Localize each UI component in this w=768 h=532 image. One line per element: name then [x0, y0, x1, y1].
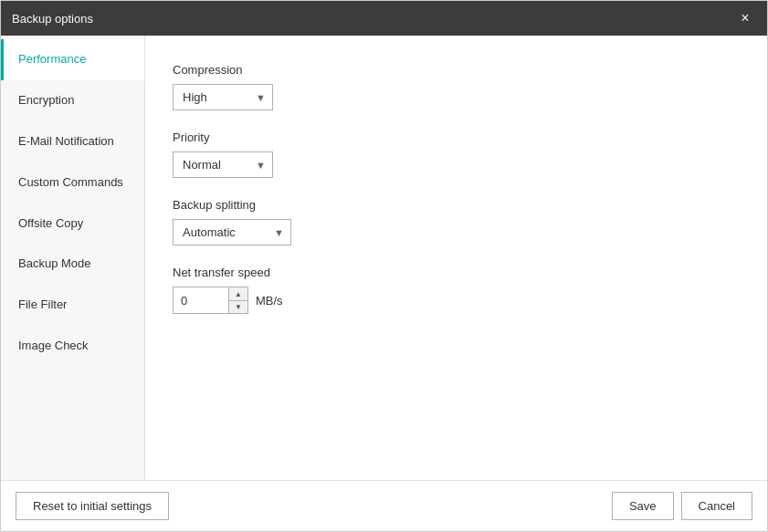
main-content: Compression High Normal Low None ▼ Prior… — [145, 36, 767, 480]
sidebar-item-performance[interactable]: Performance — [1, 39, 144, 80]
spinner-down-button[interactable]: ▼ — [229, 300, 247, 313]
priority-select[interactable]: Normal High Low — [173, 151, 273, 178]
priority-label: Priority — [173, 130, 740, 144]
save-button[interactable]: Save — [612, 492, 674, 520]
sidebar-item-file-filter[interactable]: File Filter — [1, 285, 144, 326]
dialog-title: Backup options — [12, 12, 93, 26]
priority-select-wrapper: Normal High Low ▼ — [173, 151, 273, 178]
net-transfer-speed-input[interactable] — [174, 287, 228, 313]
net-transfer-speed-spinner-wrapper: ▲ ▼ MB/s — [173, 287, 740, 314]
compression-select-wrapper: High Normal Low None ▼ — [173, 84, 273, 110]
backup-options-dialog: Backup options × Performance Encryption … — [0, 0, 768, 532]
spinner-buttons: ▲ ▼ — [228, 287, 247, 313]
sidebar-item-custom-commands[interactable]: Custom Commands — [1, 162, 144, 203]
reset-button[interactable]: Reset to initial settings — [16, 492, 169, 520]
sidebar-item-image-check[interactable]: Image Check — [1, 326, 144, 367]
backup-splitting-label: Backup splitting — [173, 198, 740, 212]
cancel-button[interactable]: Cancel — [681, 492, 752, 520]
backup-splitting-select[interactable]: Automatic None 100 MB 250 MB 500 MB 1 GB… — [173, 219, 291, 245]
backup-splitting-field-group: Backup splitting Automatic None 100 MB 2… — [173, 198, 740, 245]
compression-select[interactable]: High Normal Low None — [173, 84, 273, 110]
sidebar-item-email-notification[interactable]: E-Mail Notification — [1, 121, 144, 162]
net-transfer-speed-field-group: Net transfer speed ▲ ▼ MB/s — [173, 266, 740, 314]
priority-field-group: Priority Normal High Low ▼ — [173, 130, 740, 178]
dialog-footer: Reset to initial settings Save Cancel — [1, 480, 767, 531]
compression-label: Compression — [173, 63, 740, 77]
sidebar-item-backup-mode[interactable]: Backup Mode — [1, 244, 144, 285]
close-button[interactable]: × — [734, 7, 756, 29]
form-section: Compression High Normal Low None ▼ Prior… — [173, 63, 740, 462]
dialog-body: Performance Encryption E-Mail Notificati… — [1, 36, 767, 480]
footer-right-buttons: Save Cancel — [612, 492, 752, 520]
dialog-titlebar: Backup options × — [1, 1, 767, 36]
sidebar-item-offsite-copy[interactable]: Offsite Copy — [1, 203, 144, 245]
backup-splitting-select-wrapper: Automatic None 100 MB 250 MB 500 MB 1 GB… — [173, 219, 291, 245]
net-transfer-speed-label: Net transfer speed — [173, 266, 740, 279]
spinner-up-button[interactable]: ▲ — [229, 287, 247, 300]
net-transfer-speed-unit: MB/s — [256, 294, 283, 308]
compression-field-group: Compression High Normal Low None ▼ — [173, 63, 740, 110]
sidebar-item-encryption[interactable]: Encryption — [1, 80, 144, 121]
net-transfer-speed-input-group: ▲ ▼ — [173, 287, 248, 314]
sidebar: Performance Encryption E-Mail Notificati… — [1, 36, 145, 480]
